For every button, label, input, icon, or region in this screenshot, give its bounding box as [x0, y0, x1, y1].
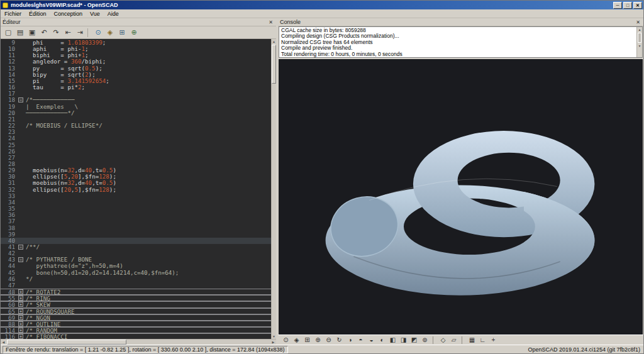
code-line-65[interactable]: 65+/* ROUNDSQUARE	[1, 308, 271, 314]
orthogonal-button[interactable]: ▱	[449, 336, 458, 345]
fold-expand-icon[interactable]: +	[18, 309, 23, 314]
console-scrollbar[interactable]: ▲▼	[636, 27, 642, 57]
maximize-button[interactable]: □	[623, 2, 632, 9]
view-center-button[interactable]: ⊚	[420, 336, 430, 345]
preview-button[interactable]: ⊙	[281, 336, 291, 345]
view-front-button[interactable]: ◧	[388, 336, 397, 345]
view-right-button[interactable]: ◑	[345, 336, 355, 345]
code-line-116[interactable]: 116+/* FIBONACCI	[1, 333, 271, 339]
code-line-20[interactable]: 20────────────*/	[1, 110, 271, 116]
code-line-41[interactable]: 41−/**/	[1, 244, 271, 250]
fold-column	[17, 187, 26, 193]
fold-expand-icon[interactable]: +	[18, 334, 23, 339]
horizontal-scroll-thumb[interactable]	[7, 340, 126, 345]
code-line-60[interactable]: 60+/* SKEW	[1, 301, 271, 307]
console-output[interactable]: CGAL cache size in bytes: 8059288Compili…	[279, 26, 643, 58]
code-line-38[interactable]: 38	[1, 225, 271, 231]
highlight-button[interactable]: ⊕	[128, 27, 140, 38]
code-line-40[interactable]: 40	[1, 238, 271, 244]
code-lines[interactable]: 9 phi = 1.61803399;10 aphi = phi-1;11 bi…	[1, 39, 271, 339]
fold-expand-icon[interactable]: +	[18, 302, 23, 307]
new-file-button[interactable]: ▢	[3, 27, 14, 38]
line-number: 55	[1, 296, 17, 301]
code-line-35[interactable]: 35	[1, 206, 271, 212]
code-line-33[interactable]: 33	[1, 193, 271, 199]
fold-collapse-icon[interactable]: −	[18, 97, 23, 102]
code-line-48[interactable]: 48+/* ROTATE2	[1, 289, 271, 295]
code-line-39[interactable]: 39	[1, 231, 271, 238]
menu-aide[interactable]: Aide	[104, 10, 123, 18]
code-line-37[interactable]: 37	[1, 218, 271, 224]
show-edges-button[interactable]: ▦	[467, 336, 477, 345]
fold-expand-icon[interactable]: +	[18, 321, 23, 326]
viewport-3d[interactable]	[279, 59, 643, 335]
vertical-scroll-thumb[interactable]	[272, 45, 276, 84]
minimize-button[interactable]: ─	[613, 2, 622, 9]
code-line-16[interactable]: 16 tau = pi*2;	[1, 84, 271, 91]
unindent-button[interactable]: ⇤	[62, 27, 74, 38]
menu-edition[interactable]: Édition	[25, 10, 50, 18]
render-button[interactable]: ◈	[292, 336, 301, 345]
code-line-23[interactable]: 23	[1, 129, 271, 135]
show-crosshairs-button[interactable]: +	[489, 336, 498, 345]
preview-button[interactable]: ⊙	[92, 27, 104, 38]
show-axes-button[interactable]: ∟	[478, 336, 487, 345]
view-top-button[interactable]: ◓	[356, 336, 365, 345]
fold-expand-icon[interactable]: +	[18, 289, 23, 294]
view-left-button[interactable]: ◐	[377, 336, 387, 345]
menu-conception[interactable]: Conception	[50, 10, 87, 18]
code-line-114[interactable]: 114+/* RANDOM	[1, 327, 271, 333]
zoom-out-button[interactable]: ⊖	[324, 336, 333, 345]
fold-collapse-icon[interactable]: −	[18, 257, 23, 262]
editor-toolbar: ▢▤▣↶↷⇤⇥⊙◈⊞⊕	[1, 26, 276, 39]
code-line-24[interactable]: 24	[1, 135, 271, 141]
scroll-down-icon[interactable]: ▼	[272, 334, 276, 339]
code-line-34[interactable]: 34	[1, 199, 271, 206]
redo-button[interactable]: ↷	[50, 27, 62, 38]
editor-vertical-scrollbar[interactable]: ▲ ▼	[271, 39, 276, 339]
fold-expand-icon[interactable]: +	[18, 315, 23, 320]
close-button[interactable]: ✕	[633, 2, 642, 9]
line-number: 47	[1, 282, 17, 289]
code-line-25[interactable]: 25	[1, 142, 271, 148]
save-file-button[interactable]: ▣	[26, 27, 38, 38]
menu-fichier[interactable]: Fichier	[1, 10, 25, 18]
menu-vue[interactable]: Vue	[86, 10, 104, 18]
code-line-27[interactable]: 27	[1, 155, 271, 161]
titlebar[interactable]: moduleslghsV09WIP.scad* - OpenSCAD ─ □ ✕	[1, 1, 643, 9]
code-line-55[interactable]: 55+/* RING	[1, 295, 271, 301]
code-line-46[interactable]: 46*/	[1, 276, 271, 282]
fold-column	[17, 161, 26, 167]
render-button[interactable]: ◈	[104, 27, 116, 38]
code-line-47[interactable]: 47	[1, 282, 271, 289]
code-line-26[interactable]: 26	[1, 148, 271, 155]
undo-button[interactable]: ↶	[38, 27, 50, 38]
code-line-32[interactable]: 32 ellipse([20,5],$fn=128);	[1, 187, 271, 193]
fold-column: −	[17, 257, 26, 263]
console-close-icon[interactable]: ✕	[635, 19, 641, 25]
code-line-22[interactable]: 22/* MOEBIUS / ELLIPSE*/	[1, 123, 271, 129]
reset-view-button[interactable]: ↻	[335, 336, 344, 345]
view-bottom-button[interactable]: ◒	[367, 336, 376, 345]
console-scroll-thumb[interactable]	[638, 33, 641, 43]
zoom-all-button[interactable]: ⊞	[303, 336, 312, 345]
code-line-88[interactable]: 88+/* OUTLINE	[1, 321, 271, 327]
fold-collapse-icon[interactable]: −	[18, 245, 23, 250]
zoom-in-button[interactable]: ⊕	[313, 336, 323, 345]
view-back-button[interactable]: ◨	[399, 336, 408, 345]
export-stl-button[interactable]: ⊞	[116, 27, 128, 38]
code-line-45[interactable]: 45 bone(h=50,d1=20,d2=14.14214,c=40,$fn=…	[1, 270, 271, 276]
fold-column: −	[17, 97, 26, 103]
code-line-36[interactable]: 36	[1, 212, 271, 218]
fold-expand-icon[interactable]: +	[18, 328, 23, 333]
scroll-up-icon[interactable]: ▲	[272, 39, 276, 44]
indent-button[interactable]: ⇥	[74, 27, 86, 38]
perspective-button[interactable]: ◇	[438, 336, 448, 345]
editor-close-icon[interactable]: ✕	[267, 19, 274, 25]
fold-expand-icon[interactable]: +	[18, 296, 23, 301]
code-text: bone(h=50,d1=20,d2=14.14214,c=40,$fn=64)…	[26, 270, 179, 276]
view-diagonal-button[interactable]: ◩	[409, 336, 419, 345]
editor-horizontal-scrollbar[interactable]: ◀ ▶	[1, 339, 276, 345]
open-file-button[interactable]: ▤	[14, 27, 26, 38]
code-line-69[interactable]: 69+/* NGON	[1, 314, 271, 321]
